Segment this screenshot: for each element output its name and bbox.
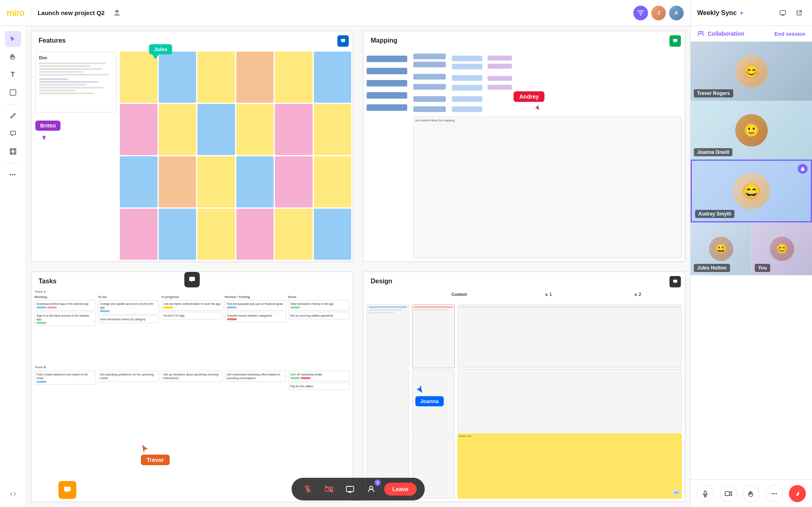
tasks-float-chat[interactable] <box>184 272 200 287</box>
tag <box>47 306 57 309</box>
card-text: Change and update account to access the … <box>100 302 157 309</box>
design-message-icon[interactable] <box>669 276 681 287</box>
sticky-note[interactable] <box>120 104 158 155</box>
sticky-note-tool-button[interactable] <box>5 84 21 101</box>
sticky-note[interactable] <box>314 209 352 260</box>
andrey-cursor-label: Andrey <box>514 91 544 102</box>
trever-rogers-name-tag: Trever Rogers <box>694 89 733 97</box>
kanban-col-backlog: Backlog Download android app in the andr… <box>35 295 96 362</box>
kanban-card[interactable]: See spending predictions for the upcomin… <box>98 371 159 382</box>
sticky-note[interactable] <box>159 156 197 207</box>
end-session-button[interactable]: End session <box>774 31 806 37</box>
video-trever-rogers[interactable]: 😊 Trever Rogers <box>691 42 812 101</box>
kanban-card[interactable]: Pay for the utilities <box>288 382 350 390</box>
jules-cursor-arrow <box>152 54 159 59</box>
topbar-right: J A <box>633 6 684 20</box>
kanban-card[interactable]: On-exit CTX app <box>161 312 222 319</box>
kanban-card[interactable]: Set up recurring utilities payments <box>288 312 350 319</box>
sticky-note[interactable] <box>236 104 274 155</box>
collapse-arrows-button[interactable] <box>5 486 21 502</box>
tag <box>37 306 46 309</box>
card-text: Turn off marketing emails <box>290 373 348 376</box>
kanban-card[interactable]: Change and update account to access the … <box>98 300 159 314</box>
todo-cards: Change and update account to access the … <box>98 300 159 323</box>
participants-badge: 3 <box>374 479 381 486</box>
select-tool-button[interactable] <box>5 31 21 47</box>
kanban-card[interactable]: Transfer money between categories <box>225 312 286 322</box>
video-you[interactable]: 😊 You <box>751 222 812 275</box>
kanban-card[interactable]: Get customised marketing offers based on… <box>225 371 286 382</box>
design-wireframe <box>367 369 409 434</box>
sticky-note[interactable] <box>120 156 158 207</box>
kanban-card[interactable]: Get up reminders about upcoming recurrin… <box>161 371 222 382</box>
sticky-note[interactable] <box>275 52 313 103</box>
canvas[interactable]: Features Doc <box>26 26 690 507</box>
kanban-card[interactable]: Push a bank statement and export to the … <box>35 371 96 385</box>
sticky-note[interactable] <box>275 104 313 155</box>
comment-tool-button[interactable] <box>5 125 21 142</box>
kanban-card[interactable]: Turn off marketing emails <box>288 371 350 381</box>
video-jules-hutton[interactable]: 😀 Jules Hutton <box>691 222 751 275</box>
sticky-note[interactable] <box>159 209 197 260</box>
upload-button[interactable] <box>110 6 124 20</box>
hand-tool-button[interactable] <box>5 49 21 65</box>
avatar-user2[interactable]: A <box>669 6 684 20</box>
kanban-row-a: Backlog Download android app in the andr… <box>35 295 350 362</box>
panel-chevron-icon[interactable]: ▾ <box>740 10 743 16</box>
sticky-note[interactable] <box>314 156 352 207</box>
collaboration-tab[interactable]: Collaboration End session <box>691 26 812 42</box>
tag <box>100 310 110 312</box>
flow-node <box>488 56 512 60</box>
share-screen-button[interactable] <box>342 481 358 497</box>
more-control-button[interactable] <box>766 485 783 502</box>
panel-external-button[interactable] <box>793 6 806 19</box>
tag <box>163 306 173 309</box>
sticky-note[interactable] <box>197 52 235 103</box>
sticky-note[interactable] <box>314 104 352 155</box>
sticky-note[interactable] <box>159 104 197 155</box>
camera-off-button[interactable] <box>321 481 337 497</box>
video-joanna-oneill[interactable]: 🙂 Joanna Oneill <box>691 101 812 160</box>
avatar-user1[interactable]: J <box>651 6 666 20</box>
svg-point-14 <box>698 31 701 34</box>
filter-avatar[interactable] <box>633 6 648 20</box>
doc-line <box>39 68 102 70</box>
kanban-card[interactable]: View transaction history in the app <box>288 300 350 311</box>
leave-button[interactable]: Leave <box>384 483 417 496</box>
mapping-message-icon[interactable] <box>669 35 681 47</box>
sticky-note[interactable] <box>197 209 235 260</box>
sticky-note[interactable] <box>236 156 274 207</box>
sticky-note[interactable] <box>236 209 274 260</box>
panel-screen-button[interactable] <box>776 6 789 19</box>
jules-cursor: Jules <box>149 44 172 59</box>
mute-button[interactable] <box>300 481 316 497</box>
more-tools-button[interactable]: ••• <box>5 166 21 183</box>
sticky-note[interactable] <box>120 209 158 260</box>
kanban-card[interactable]: View transaction history by category <box>98 315 159 323</box>
mic-control-button[interactable] <box>697 485 714 502</box>
kanban-card[interactable]: Download android app in the android app <box>35 300 96 311</box>
text-tool-button[interactable]: T <box>5 67 21 83</box>
sticky-note[interactable] <box>197 156 235 207</box>
sticky-note[interactable] <box>236 52 274 103</box>
sticky-note[interactable] <box>197 104 235 155</box>
pen-tool-button[interactable] <box>5 108 21 124</box>
kanban-card[interactable]: Link two factor authentication to work t… <box>161 300 222 311</box>
sticky-note[interactable] <box>314 52 352 103</box>
toolbar-collapse[interactable] <box>5 486 21 502</box>
design-col-v2: design note info <box>458 304 682 499</box>
kanban-card[interactable]: Test and populate pop-ups on financial g… <box>225 300 286 311</box>
sticky-note[interactable] <box>275 209 313 260</box>
end-call-button[interactable] <box>789 485 806 502</box>
features-message-icon[interactable] <box>337 35 349 47</box>
frame-tool-button[interactable] <box>5 143 21 160</box>
flow-node <box>452 85 482 91</box>
video-audrey-smyth[interactable]: 😄 Audrey Smyth <box>691 160 812 222</box>
mapping-title: Mapping <box>371 37 397 44</box>
camera-control-button[interactable] <box>720 485 737 502</box>
sticky-note[interactable] <box>275 156 313 207</box>
kanban-card[interactable]: Sign in to the bank account in the andro… <box>35 312 96 326</box>
hand-control-button[interactable] <box>743 485 760 502</box>
floating-chat-button[interactable] <box>58 481 76 499</box>
card-text: Get customised marketing offers based on… <box>227 373 284 380</box>
